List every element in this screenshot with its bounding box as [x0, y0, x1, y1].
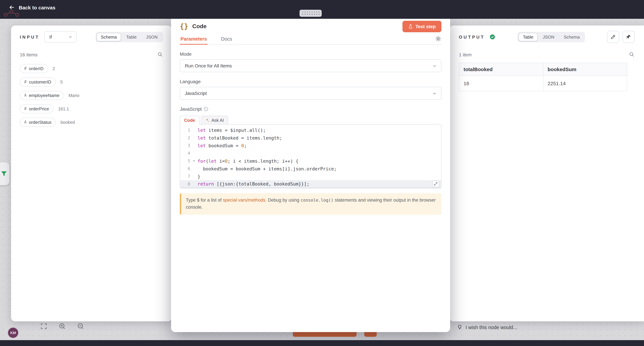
tab-parameters[interactable]: Parameters: [180, 33, 208, 44]
back-to-canvas-button[interactable]: Back to canvas: [7, 4, 57, 11]
editor-tabs: Code Ask AI: [180, 115, 442, 124]
line-number: 6: [180, 166, 190, 171]
hint-code: console.log(): [300, 198, 334, 202]
schema-field-name: orderStatus: [29, 120, 51, 124]
test-step-label: Test step: [416, 24, 436, 29]
code-line: let totalBooked = items.length;: [198, 135, 441, 140]
zoom-to-fit-icon: [40, 323, 47, 330]
schema-field-pill[interactable]: # customerID: [20, 77, 56, 86]
schema-field-pill[interactable]: A employeeName: [20, 91, 64, 100]
bottom-bar: [0, 340, 644, 346]
chevron-down-icon: [432, 63, 437, 68]
schema-field-pill[interactable]: # orderID: [20, 64, 48, 73]
input-source-value: If: [49, 34, 52, 40]
n8n-node-detail-view: KM I wish this node would... INPUT If Sc…: [0, 0, 644, 346]
node-feedback-label: I wish this node would...: [466, 324, 517, 330]
input-search-button[interactable]: [157, 52, 163, 57]
schema-field-value: booked: [60, 120, 75, 124]
code-node-icon: {}: [180, 22, 188, 30]
input-view-switcher: Schema Table JSON: [96, 32, 163, 42]
schema-field-name: customerID: [29, 79, 51, 84]
editor-tab-code[interactable]: Code: [180, 116, 200, 124]
number-type-icon: #: [24, 80, 26, 84]
editor-tab-code-label: Code: [184, 118, 195, 123]
mode-label: Mode: [180, 51, 442, 57]
back-to-canvas-label: Back to canvas: [19, 4, 55, 10]
test-step-button[interactable]: Test step: [402, 21, 442, 32]
node-settings-button[interactable]: [435, 36, 442, 42]
output-items-count: 1 item: [459, 52, 472, 57]
output-column-header: bookedSum: [543, 63, 627, 76]
pin-output-button[interactable]: [622, 31, 634, 43]
line-number: 8: [180, 181, 190, 186]
user-avatar[interactable]: KM: [8, 327, 19, 338]
output-search-button[interactable]: [629, 52, 634, 57]
number-type-icon: #: [24, 106, 26, 111]
chevron-down-icon: [68, 34, 73, 39]
line-number: 1: [180, 128, 190, 132]
schema-field-name: employeeName: [29, 93, 59, 98]
input-schema-list: # orderID 2 # customerID 5 A employeeNam…: [20, 63, 163, 128]
input-items-count: 16 items: [20, 52, 38, 57]
input-tab-table[interactable]: Table: [122, 33, 141, 41]
schema-field-row: # orderPrice 161.1: [20, 103, 163, 114]
success-check-icon: [490, 34, 496, 40]
code-row-active: 8 return [{json:{totalBooked, bookedSum}…: [180, 180, 441, 188]
top-bar: Back to canvas: [0, 0, 644, 19]
tab-docs[interactable]: Docs: [220, 33, 233, 44]
zoom-out-button[interactable]: [77, 323, 84, 330]
output-table: totalBooked bookedSum 16 2251.14: [459, 63, 627, 91]
flask-icon: [408, 24, 413, 29]
output-panel: OUTPUT Table JSON Schema: [450, 26, 644, 321]
editor-expand-button[interactable]: [432, 180, 439, 187]
output-tab-json[interactable]: JSON: [538, 33, 559, 41]
code-line: bookedSum = bookedSum + items[i].json.or…: [198, 166, 441, 171]
node-feedback-button[interactable]: I wish this node would...: [455, 324, 519, 330]
input-source-select[interactable]: If: [44, 31, 76, 42]
code-editor[interactable]: 1 let items = $input.all(); 2 let totalB…: [180, 124, 442, 188]
code-row: 4: [180, 149, 441, 157]
code-line: }: [198, 174, 441, 179]
code-line: for(let i=0; i < items.length; i++) {: [198, 158, 441, 164]
zoom-in-button[interactable]: [59, 323, 66, 330]
schema-field-pill[interactable]: A orderStatus: [20, 118, 56, 127]
output-panel-title: OUTPUT: [459, 34, 485, 40]
hint-text: Type $ for a list of: [186, 198, 223, 202]
code-row: 2 let totalBooked = items.length;: [180, 134, 441, 142]
line-number: 4: [180, 150, 190, 156]
input-tab-json[interactable]: JSON: [142, 33, 162, 41]
language-select[interactable]: JavaScript: [180, 87, 442, 100]
search-icon: [157, 52, 163, 57]
language-value: JavaScript: [185, 90, 207, 96]
if-node-partial[interactable]: [0, 162, 10, 185]
gear-icon: [435, 36, 442, 42]
string-type-icon: A: [24, 93, 26, 98]
zoom-to-fit-button[interactable]: [40, 323, 47, 330]
code-line: return [{json:{totalBooked, bookedSum}}]…: [198, 181, 441, 186]
code-line: let items = $input.all();: [198, 127, 441, 133]
fold-chevron-icon[interactable]: [192, 159, 196, 163]
zoom-in-icon: [59, 323, 66, 330]
code-row: 6 bookedSum = bookedSum + items[i].json.…: [180, 165, 441, 172]
output-tab-table[interactable]: Table: [518, 33, 538, 41]
input-tab-schema[interactable]: Schema: [96, 33, 121, 41]
special-vars-link[interactable]: special vars/methods.: [223, 198, 267, 202]
canvas-zoom-controls: [40, 323, 84, 330]
help-icon[interactable]: ?: [204, 107, 208, 111]
arrow-left-icon: [9, 4, 15, 10]
edit-output-button[interactable]: [607, 31, 619, 43]
line-number: 5: [180, 158, 190, 163]
output-tab-schema[interactable]: Schema: [560, 33, 584, 41]
schema-field-pill[interactable]: # orderPrice: [20, 104, 53, 113]
line-number: 7: [180, 174, 190, 179]
mode-select[interactable]: Run Once for All Items: [180, 59, 442, 72]
input-panel: INPUT If Schema Table JSON 16 items: [11, 26, 172, 321]
sparkles-icon: [205, 118, 210, 122]
string-type-icon: A: [24, 120, 26, 124]
line-number: 2: [180, 135, 190, 140]
output-cell: 16: [459, 76, 543, 91]
code-row: 5 for(let i=0; i < items.length; i++) {: [180, 157, 441, 165]
editor-tab-ask-ai[interactable]: Ask AI: [201, 116, 228, 124]
ndv-drag-handle[interactable]: [300, 10, 322, 17]
zoom-out-icon: [77, 323, 84, 330]
